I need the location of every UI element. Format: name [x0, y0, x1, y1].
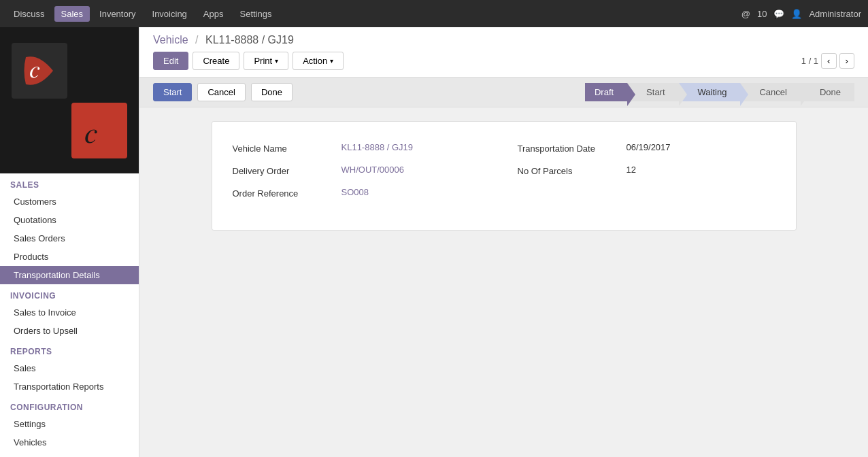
form-group-empty [518, 187, 775, 199]
sidebar-item-orders-to-upsell[interactable]: Orders to Upsell [0, 322, 139, 340]
topbar-settings[interactable]: Settings [233, 6, 278, 22]
toolbar-right: 1 / 1 ‹ › [801, 53, 854, 69]
form-row-2: Delivery Order WH/OUT/00006 No Of Parcel… [233, 165, 775, 176]
pagination-text: 1 / 1 [801, 56, 818, 66]
status-pipeline: Draft Start Waiting Cancel Done [585, 83, 854, 101]
form-group-vehicle-name: Vehicle Name KL11-8888 / GJ19 [233, 142, 490, 154]
sidebar-item-quotations[interactable]: Quotations [0, 211, 139, 229]
sidebar-section-invoicing: Invoicing [0, 284, 139, 303]
content-header: Vehicle / KL11-8888 / GJ19 Edit Create P… [139, 27, 868, 78]
vehicle-name-value: KL11-8888 / GJ19 [341, 142, 490, 154]
content-area: Vehicle / KL11-8888 / GJ19 Edit Create P… [139, 27, 868, 457]
svg-text:𝑐: 𝑐 [84, 116, 98, 150]
action-dropdown-arrow: ▾ [330, 57, 333, 65]
print-button[interactable]: Print ▾ [244, 52, 288, 70]
topbar-user-avatar: 👤 [791, 9, 802, 19]
sidebar-item-transportation-reports[interactable]: Transportation Reports [0, 377, 139, 396]
edit-button[interactable]: Edit [153, 52, 188, 70]
sidebar-item-settings[interactable]: Settings [0, 415, 139, 433]
sidebar-item-products[interactable]: Products [0, 248, 139, 266]
action-button[interactable]: Action ▾ [293, 52, 344, 70]
form-group-no-of-parcels: No Of Parcels 12 [518, 165, 775, 176]
start-button[interactable]: Start [153, 83, 192, 101]
transportation-date-label: Transportation Date [518, 142, 627, 154]
sidebar-section-configuration: Configuration [0, 396, 139, 415]
form-area: Vehicle Name KL11-8888 / GJ19 Transporta… [139, 107, 868, 457]
order-reference-value: SO008 [341, 187, 490, 199]
status-bar: Start Cancel Done Draft Start Waiting Ca… [139, 78, 868, 107]
main-layout: 𝑐 𝑐 Sales Customers Quotations Sales Ord… [0, 27, 868, 457]
status-step-waiting[interactable]: Waiting [679, 83, 741, 101]
logo-box: 𝑐 𝑐 [12, 43, 127, 158]
topbar-chat-icon[interactable]: 💬 [773, 9, 784, 19]
sidebar-section-sales: Sales [0, 173, 139, 192]
pagination: 1 / 1 ‹ › [801, 53, 854, 69]
no-of-parcels-value: 12 [627, 165, 775, 176]
pagination-next[interactable]: › [839, 53, 854, 69]
form-row-3: Order Reference SO008 [233, 187, 775, 199]
print-dropdown-arrow: ▾ [275, 57, 278, 65]
form-group-transportation-date: Transportation Date 06/19/2017 [518, 142, 775, 154]
order-reference-link[interactable]: SO008 [341, 187, 369, 197]
form-row-1: Vehicle Name KL11-8888 / GJ19 Transporta… [233, 142, 775, 154]
transportation-date-value: 06/19/2017 [627, 142, 775, 154]
sidebar-item-vehicles[interactable]: Vehicles [0, 433, 139, 452]
sidebar-section-reports: Reports [0, 340, 139, 359]
order-reference-label: Order Reference [233, 187, 341, 199]
topbar-notification-count[interactable]: 10 [757, 9, 767, 19]
form-group-order-reference: Order Reference SO008 [233, 187, 490, 199]
topbar-inventory[interactable]: Inventory [93, 6, 142, 22]
breadcrumb-current: KL11-8888 / GJ19 [205, 34, 294, 46]
delivery-order-label: Delivery Order [233, 165, 341, 176]
status-step-draft[interactable]: Draft [585, 83, 627, 101]
create-button[interactable]: Create [193, 52, 239, 70]
sidebar-item-sales-teams[interactable]: Sales Teams [0, 452, 139, 457]
form-group-delivery-order: Delivery Order WH/OUT/00006 [233, 165, 490, 176]
toolbar: Edit Create Print ▾ Action ▾ 1 / 1 ‹ › [153, 52, 854, 70]
sidebar-item-sales-to-invoice[interactable]: Sales to Invoice [0, 303, 139, 322]
form-card: Vehicle Name KL11-8888 / GJ19 Transporta… [212, 121, 797, 231]
sidebar-item-sales-orders[interactable]: Sales Orders [0, 229, 139, 248]
topbar-apps[interactable]: Apps [197, 6, 231, 22]
topbar-username[interactable]: Administrator [809, 9, 861, 19]
topbar-sales[interactable]: Sales [54, 6, 90, 22]
delivery-order-link[interactable]: WH/OUT/00006 [341, 165, 404, 175]
breadcrumb-separator: / [195, 34, 198, 46]
status-step-cancel[interactable]: Cancel [740, 83, 800, 101]
no-of-parcels-label: No Of Parcels [518, 165, 627, 176]
topbar-invoicing[interactable]: Invoicing [146, 6, 194, 22]
sidebar-item-reports-sales[interactable]: Sales [0, 359, 139, 377]
sidebar: 𝑐 𝑐 Sales Customers Quotations Sales Ord… [0, 27, 139, 457]
breadcrumb: Vehicle / KL11-8888 / GJ19 [153, 34, 854, 46]
delivery-order-value: WH/OUT/00006 [341, 165, 490, 176]
vehicle-name-link[interactable]: KL11-8888 / GJ19 [341, 142, 414, 152]
pagination-prev[interactable]: ‹ [821, 53, 836, 69]
topbar-discuss[interactable]: Discuss [7, 6, 52, 22]
sidebar-item-transportation-details[interactable]: Transportation Details [0, 266, 139, 284]
topbar-right: @ 10 💬 👤 Administrator [741, 9, 861, 19]
cancel-button[interactable]: Cancel [197, 83, 245, 101]
sidebar-logo: 𝑐 𝑐 [0, 27, 139, 173]
breadcrumb-parent[interactable]: Vehicle [153, 34, 188, 46]
done-button[interactable]: Done [251, 83, 293, 101]
sidebar-item-customers[interactable]: Customers [0, 192, 139, 211]
topbar-at-icon: @ [741, 9, 750, 19]
vehicle-name-label: Vehicle Name [233, 142, 341, 154]
svg-text:𝑐: 𝑐 [29, 56, 40, 83]
topbar: Discuss Sales Inventory Invoicing Apps S… [0, 0, 868, 27]
